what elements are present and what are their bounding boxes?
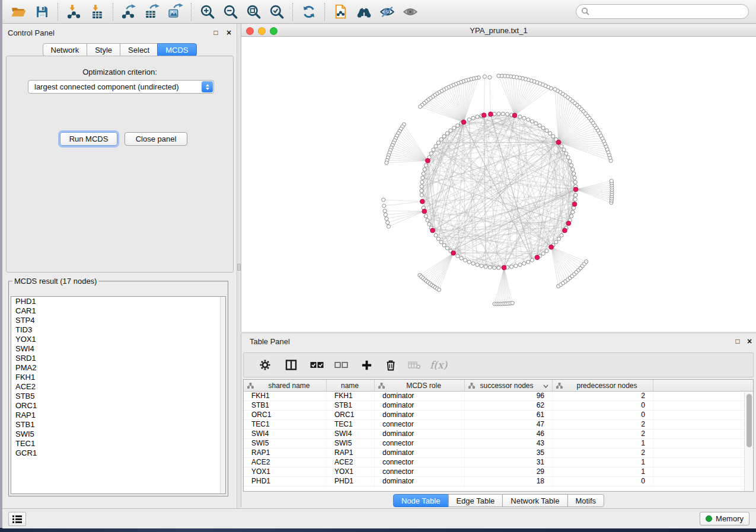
zoom-selected-icon bbox=[269, 4, 285, 20]
control-panel: Control Panel □ × NetworkStyleSelectMCDS… bbox=[2, 24, 237, 508]
refresh-button[interactable] bbox=[297, 2, 320, 22]
close-window-icon[interactable] bbox=[246, 27, 254, 35]
mcds-result-item[interactable]: GCR1 bbox=[11, 448, 225, 458]
close-table-panel-icon[interactable]: × bbox=[745, 336, 754, 346]
show-graphics-details-button[interactable] bbox=[398, 2, 422, 22]
table-tab-motifs[interactable]: Motifs bbox=[567, 494, 604, 507]
save-session-button[interactable] bbox=[30, 2, 53, 22]
table-toolbar: f(x) bbox=[243, 352, 754, 377]
table-cell: 1 bbox=[553, 467, 653, 476]
network-document-button[interactable] bbox=[329, 2, 352, 22]
mcds-result-item[interactable]: PMA2 bbox=[11, 363, 225, 373]
table-tab-edge-table[interactable]: Edge Table bbox=[448, 494, 503, 507]
mcds-result-item[interactable]: SWI5 bbox=[11, 430, 225, 439]
mcds-result-item[interactable]: ACE2 bbox=[11, 382, 225, 392]
mcds-result-item[interactable]: PHD1 bbox=[11, 297, 225, 306]
main-toolbar bbox=[2, 0, 756, 24]
table-row[interactable]: FKH1FKH1dominator962 bbox=[244, 392, 753, 401]
mcds-result-item[interactable]: STP4 bbox=[11, 316, 225, 325]
zoom-selected-button[interactable] bbox=[265, 2, 288, 22]
table-row[interactable]: STB1STB1dominator620 bbox=[244, 401, 753, 411]
column-header-name[interactable]: name bbox=[327, 380, 375, 391]
run-mcds-button[interactable]: Run MCDS bbox=[60, 132, 117, 146]
column-header-label: predecessor nodes bbox=[566, 382, 653, 390]
table-row[interactable]: ORC1ORC1dominator610 bbox=[244, 411, 753, 420]
export-image-button[interactable] bbox=[164, 2, 187, 22]
import-network-button[interactable] bbox=[62, 2, 85, 22]
tab-mcds[interactable]: MCDS bbox=[157, 43, 196, 56]
import-network-icon bbox=[66, 4, 82, 20]
table-row[interactable]: ACE2ACE2connector311 bbox=[244, 458, 753, 467]
mcds-result-item[interactable]: STB5 bbox=[11, 392, 225, 401]
optimization-criterion-select[interactable]: largest connected component (undirected) bbox=[28, 80, 214, 94]
table-cell: dominator bbox=[375, 392, 465, 400]
tab-select[interactable]: Select bbox=[120, 43, 158, 56]
tab-style[interactable]: Style bbox=[87, 43, 120, 56]
zoom-out-icon bbox=[222, 4, 239, 20]
maximize-window-icon[interactable] bbox=[270, 27, 277, 35]
show-columns-button[interactable] bbox=[277, 356, 305, 374]
table-row[interactable]: SWI4SWI4dominator462 bbox=[244, 430, 753, 439]
mcds-result-item[interactable]: TID3 bbox=[11, 325, 225, 335]
function-builder-button[interactable]: f(x) bbox=[426, 356, 447, 374]
table-row[interactable]: PHD1PHD1dominator180 bbox=[244, 477, 753, 486]
table-row[interactable]: TEC1TEC1connector472 bbox=[244, 420, 753, 430]
delete-table-button[interactable] bbox=[403, 356, 426, 374]
export-network-button[interactable] bbox=[117, 2, 141, 22]
mcds-result-item[interactable]: FKH1 bbox=[11, 373, 225, 382]
mcds-result-item[interactable]: ORC1 bbox=[11, 401, 225, 411]
delete-column-icon bbox=[384, 358, 397, 371]
mcds-result-item[interactable]: CAR1 bbox=[11, 306, 225, 316]
close-panel-icon[interactable]: × bbox=[224, 28, 234, 37]
network-canvas[interactable] bbox=[241, 37, 756, 332]
table-cell: STB1 bbox=[244, 401, 327, 410]
memory-status-icon bbox=[706, 515, 712, 522]
add-column-button[interactable] bbox=[354, 356, 379, 374]
show-panels-button[interactable] bbox=[8, 512, 26, 526]
table-scrollbar-thumb[interactable] bbox=[747, 394, 752, 447]
search-input[interactable] bbox=[576, 4, 749, 19]
import-table-button[interactable] bbox=[85, 2, 109, 22]
close-panel-button[interactable]: Close panel bbox=[125, 132, 187, 146]
table-cell: 35 bbox=[465, 448, 553, 457]
tree-column-icon bbox=[378, 383, 385, 389]
tab-network[interactable]: Network bbox=[42, 43, 87, 56]
table-panel: Table Panel □ × bbox=[241, 334, 756, 507]
table-cell: YOX1 bbox=[244, 467, 327, 476]
export-table-button[interactable] bbox=[141, 2, 164, 22]
table-row[interactable]: SWI5SWI5connector431 bbox=[244, 439, 753, 448]
column-header-shared-name[interactable]: shared name bbox=[244, 380, 327, 391]
select-all-columns-button[interactable] bbox=[305, 356, 329, 374]
minimize-window-icon[interactable] bbox=[258, 27, 266, 35]
sort-descending-icon bbox=[543, 384, 548, 388]
zoom-in-button[interactable] bbox=[196, 2, 219, 22]
settings-gear-button[interactable] bbox=[253, 356, 277, 374]
mcds-result-item[interactable]: RAP1 bbox=[11, 411, 225, 420]
table-cell: SWI4 bbox=[244, 430, 327, 438]
table-tab-node-table[interactable]: Node Table bbox=[393, 494, 449, 507]
unselect-all-columns-button[interactable] bbox=[329, 356, 354, 374]
binoculars-button[interactable] bbox=[352, 2, 375, 22]
table-row[interactable]: YOX1YOX1connector291 bbox=[244, 467, 753, 477]
column-header-predecessor-nodes[interactable]: predecessor nodes bbox=[553, 380, 653, 391]
float-table-panel-icon[interactable]: □ bbox=[733, 336, 742, 346]
table-row[interactable]: RAP1RAP1dominator352 bbox=[244, 448, 753, 458]
mcds-result-item[interactable]: SWI4 bbox=[11, 344, 225, 354]
zoom-out-button[interactable] bbox=[219, 2, 242, 22]
open-file-button[interactable] bbox=[7, 2, 30, 22]
mcds-result-item[interactable]: SRD1 bbox=[11, 354, 225, 363]
table-scrollbar[interactable] bbox=[744, 392, 753, 491]
mcds-list-scrollbar[interactable] bbox=[220, 297, 225, 493]
zoom-fit-button[interactable] bbox=[242, 2, 265, 22]
table-tab-network-table[interactable]: Network Table bbox=[502, 494, 567, 507]
mcds-result-item[interactable]: TEC1 bbox=[11, 439, 225, 448]
mcds-result-item[interactable]: STB1 bbox=[11, 420, 225, 430]
mcds-result-item[interactable]: YOX1 bbox=[11, 335, 225, 344]
delete-column-button[interactable] bbox=[379, 356, 403, 374]
column-header-successor-nodes[interactable]: successor nodes bbox=[465, 380, 553, 391]
float-panel-icon[interactable]: □ bbox=[211, 28, 221, 37]
hide-graphics-details-button[interactable] bbox=[375, 2, 398, 22]
network-graph bbox=[241, 37, 756, 332]
memory-button[interactable]: Memory bbox=[700, 512, 749, 525]
column-header-mcds-role[interactable]: MCDS role bbox=[375, 380, 465, 391]
